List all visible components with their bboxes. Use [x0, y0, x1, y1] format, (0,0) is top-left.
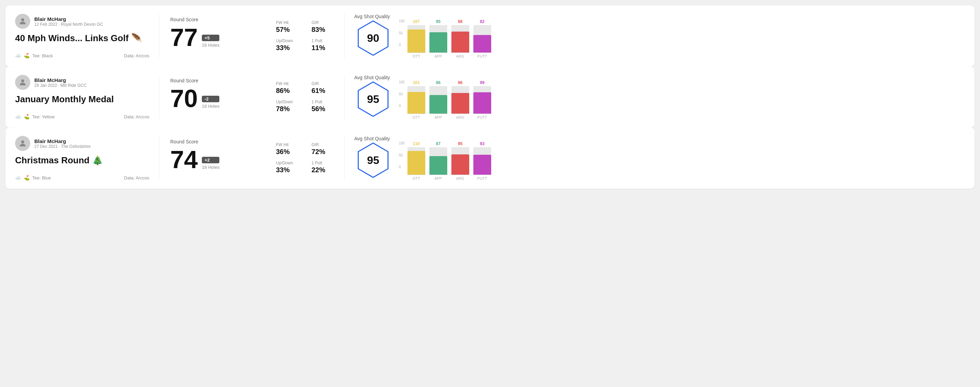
quality-inner: Avg Shot Quality 90 100 50 0 107: [354, 14, 965, 58]
fw-hit-value: 86%: [276, 87, 302, 95]
bar-axis: [473, 174, 491, 175]
shot-quality-section: Avg Shot Quality 95 100 50 0 101: [345, 75, 965, 119]
data-source: Data: Arccos: [124, 53, 149, 58]
tee-info: ☁️ ⛳ Tee: Yellow: [15, 114, 54, 119]
fw-hit-value: 36%: [276, 148, 302, 156]
bar-fill: [407, 30, 425, 52]
bar-value: 95: [458, 141, 462, 146]
bar-fill: [430, 95, 447, 114]
card-footer: ☁️ ⛳ Tee: Blue Data: Arccos: [15, 175, 149, 181]
bar-label: PUTT: [477, 54, 487, 58]
hexagon-container: 90: [354, 19, 392, 57]
weather-icon: ☁️: [15, 114, 21, 119]
round-score-label: Round Score: [170, 17, 258, 22]
user-icon: [18, 78, 27, 87]
gir-label: GIR: [312, 143, 338, 147]
quality-label: Avg Shot Quality: [354, 136, 390, 141]
oneputt-stat: 1 Putt 11%: [312, 38, 338, 52]
score-badge-column: +5 18 Holes: [202, 35, 220, 50]
gir-label: GIR: [312, 20, 338, 25]
fw-hit-stat: FW Hit 36%: [276, 143, 302, 156]
bar-value: 95: [436, 19, 441, 24]
bar-axis: [407, 114, 425, 114]
y-axis: 100 50 0: [399, 80, 405, 108]
oneputt-stat: 1 Putt 22%: [312, 160, 338, 174]
tee-label: Tee: Black: [32, 53, 53, 58]
weather-icon: ☁️: [15, 175, 21, 181]
shot-quality-section: Avg Shot Quality 90 100 50 0 107: [345, 14, 965, 58]
bar-axis: [451, 174, 469, 175]
bar-wrapper: [407, 86, 425, 114]
updown-label: Up/Down: [276, 38, 302, 43]
updown-value: 33%: [276, 44, 302, 52]
fw-hit-stat: FW Hit 86%: [276, 81, 302, 95]
score-number: 70: [170, 86, 198, 111]
gir-label: GIR: [312, 81, 338, 86]
gir-value: 83%: [312, 26, 338, 33]
updown-label: Up/Down: [276, 100, 302, 104]
bar-label: OTT: [413, 54, 420, 58]
score-number: 74: [170, 147, 198, 172]
svg-point-2: [21, 140, 24, 143]
tee-info: ☁️ ⛳ Tee: Black: [15, 53, 53, 58]
bar-label: ARG: [456, 54, 465, 58]
updown-stat: Up/Down 78%: [276, 100, 302, 113]
user-info: Blair McHarg 12 Feb 2022 · Royal North D…: [34, 16, 103, 27]
bar-value: 101: [413, 80, 420, 85]
quality-label: Avg Shot Quality: [354, 75, 390, 80]
user-icon: [18, 17, 27, 26]
hexagon-container: 95: [354, 141, 392, 179]
stats-grid: FW Hit 86% GIR 61% Up/Down 78% 1 Putt 56…: [276, 81, 337, 113]
user-name: Blair McHarg: [34, 16, 103, 22]
bar-fill: [451, 154, 469, 174]
fw-hit-value: 57%: [276, 26, 302, 33]
golf-icon: ⛳: [24, 175, 30, 181]
user-meta: 12 Feb 2022 · Royal North Devon GC: [34, 22, 103, 27]
gir-stat: GIR 61%: [312, 81, 338, 95]
bar-value: 96: [458, 80, 462, 85]
bar-column: 86 APP: [430, 80, 447, 119]
bar-label: APP: [434, 115, 442, 119]
bar-column: 87 APP: [430, 141, 447, 181]
round-title: Christmas Round 🎄: [15, 155, 149, 166]
bar-axis: [451, 114, 469, 114]
score-row: 70 -2 18 Holes: [170, 86, 258, 111]
score-badge-column: +2 18 Holes: [202, 157, 220, 172]
golf-icon: ⛳: [24, 114, 30, 119]
gir-value: 61%: [312, 87, 338, 95]
bar-chart: 100 50 0 107 OTT 95 APP: [399, 19, 491, 58]
bar-label: OTT: [413, 115, 420, 119]
user-meta: 27 Dec 2021 · The Oxfordshire: [34, 144, 91, 149]
avatar: [15, 75, 30, 90]
score-badge: +5: [202, 35, 220, 41]
bar-column: 99 PUTT: [473, 80, 491, 119]
bar-axis: [451, 52, 469, 53]
bar-wrapper: [473, 86, 491, 114]
bar-value: 82: [480, 19, 484, 24]
bar-column: 95 APP: [430, 19, 447, 58]
bar-column: 98 ARG: [451, 19, 469, 58]
oneputt-label: 1 Putt: [312, 38, 338, 43]
quality-score: 95: [367, 154, 379, 167]
round-card: Blair McHarg 29 Jan 2022 · Mill Ride GCC…: [5, 67, 975, 128]
bar-wrapper: [430, 86, 447, 114]
round-card: Blair McHarg 12 Feb 2022 · Royal North D…: [5, 5, 975, 67]
score-row: 74 +2 18 Holes: [170, 147, 258, 172]
updown-stat: Up/Down 33%: [276, 160, 302, 174]
stats-grid: FW Hit 57% GIR 83% Up/Down 33% 1 Putt 11…: [276, 20, 337, 52]
bar-label: PUTT: [477, 176, 487, 181]
bar-fill: [451, 32, 469, 52]
user-meta: 29 Jan 2022 · Mill Ride GCC: [34, 83, 86, 88]
card-left: Blair McHarg 27 Dec 2021 · The Oxfordshi…: [15, 136, 159, 181]
bar-chart: 100 50 0 110 OTT 87 APP: [399, 141, 491, 181]
weather-icon: ☁️: [15, 53, 21, 58]
tee-info: ☁️ ⛳ Tee: Blue: [15, 175, 51, 181]
round-title: 40 Mph Winds... Links Golf 🪶: [15, 33, 149, 44]
round-title: January Monthly Medal: [15, 94, 149, 105]
score-badge: +2: [202, 157, 220, 163]
bar-column: 110 OTT: [407, 141, 425, 181]
round-card: Blair McHarg 27 Dec 2021 · The Oxfordshi…: [5, 128, 975, 189]
bar-fill: [407, 151, 425, 174]
updown-value: 78%: [276, 105, 302, 113]
round-score-section: Round Score 77 +5 18 Holes: [159, 14, 269, 58]
